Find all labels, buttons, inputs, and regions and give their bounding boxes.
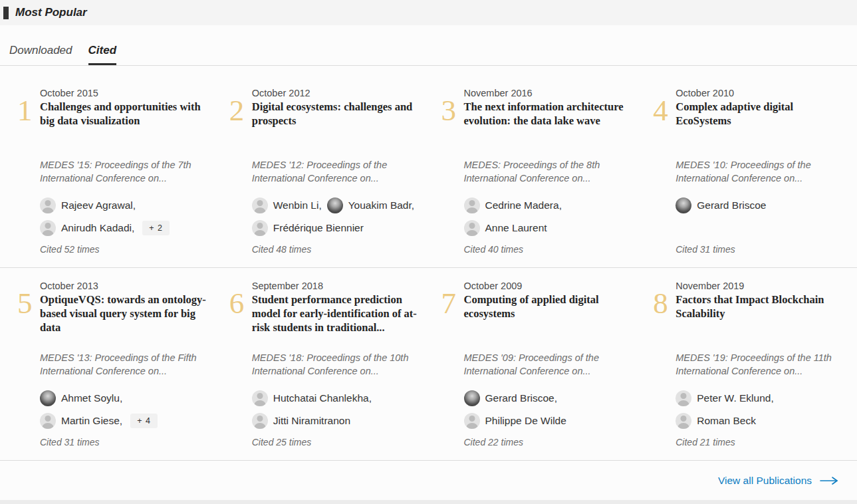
author-placeholder-avatar bbox=[252, 413, 268, 429]
publication-date: October 2010 bbox=[675, 88, 846, 98]
author-placeholder-avatar bbox=[675, 413, 691, 429]
citation-count: Cited 52 times bbox=[40, 244, 211, 255]
citation-count: Cited 31 times bbox=[40, 437, 211, 447]
citation-count: Cited 31 times bbox=[675, 244, 846, 255]
section-title: Most Popular bbox=[15, 6, 87, 19]
author-name[interactable]: Hutchatai Chanlekha, bbox=[273, 392, 372, 404]
author-name[interactable]: Frédérique Biennier bbox=[273, 222, 364, 234]
author-row: Anne Laurent bbox=[464, 220, 635, 236]
author-name[interactable]: Anirudh Kadadi, bbox=[61, 222, 134, 234]
publication-body: October 2009 Computing of applied digita… bbox=[463, 281, 635, 460]
author-row: Cedrine Madera, bbox=[464, 197, 635, 213]
author-name[interactable]: Philippe De Wilde bbox=[485, 415, 566, 427]
publication-body: November 2019 Factors that Impact Blockc… bbox=[674, 281, 846, 460]
author-row: Gerard Briscoe, bbox=[464, 390, 635, 406]
author-row: Frédérique Biennier bbox=[252, 220, 423, 236]
rank-number: 7 bbox=[433, 281, 463, 460]
citation-count: Cited 25 times bbox=[252, 437, 423, 447]
author-name[interactable]: Wenbin Li, bbox=[273, 199, 322, 211]
publication-title[interactable]: The next information architecture evolut… bbox=[464, 100, 635, 128]
publication-title[interactable]: Digital ecosystems: challenges and prosp… bbox=[252, 100, 423, 128]
publication-body: November 2016 The next information archi… bbox=[463, 88, 635, 267]
author-photo-avatar bbox=[40, 390, 56, 406]
publication-venue[interactable]: MEDES '13: Proceedings of the Fifth Inte… bbox=[40, 351, 211, 390]
author-row: Philippe De Wilde bbox=[464, 413, 635, 429]
publication-body: September 2018 Student performance predi… bbox=[251, 281, 423, 460]
author-name[interactable]: Ahmet Soylu, bbox=[61, 392, 122, 404]
author-row: Jitti Niramitranon bbox=[252, 413, 423, 429]
author-row: Rajeev Agrawal, bbox=[40, 197, 211, 213]
publication-head: October 2012 Digital ecosystems: challen… bbox=[252, 88, 423, 158]
publication-date: November 2019 bbox=[675, 281, 846, 291]
tab-downloaded[interactable]: Downloaded bbox=[9, 44, 72, 65]
author-placeholder-avatar bbox=[252, 197, 268, 213]
publication-body: October 2012 Digital ecosystems: challen… bbox=[251, 88, 423, 267]
right-arrow-icon bbox=[820, 477, 838, 485]
publication-body: October 2010 Complex adaptive digital Ec… bbox=[674, 88, 846, 267]
more-authors-badge[interactable]: + 4 bbox=[130, 414, 158, 428]
author-name[interactable]: Anne Laurent bbox=[485, 222, 547, 234]
bottom-divider-strip bbox=[0, 500, 857, 504]
author-name[interactable]: Gerard Briscoe, bbox=[485, 392, 558, 404]
publication-venue[interactable]: MEDES '10: Proceedings of the Internatio… bbox=[675, 158, 846, 197]
publication-head: November 2019 Factors that Impact Blockc… bbox=[675, 281, 846, 351]
author-row: Peter W. Eklund, bbox=[675, 390, 846, 406]
author-name[interactable]: Peter W. Eklund, bbox=[697, 392, 773, 404]
publication-title[interactable]: Student performance prediction model for… bbox=[252, 293, 423, 334]
author-row: Ahmet Soylu, bbox=[40, 390, 211, 406]
publication-title[interactable]: Complex adaptive digital EcoSystems bbox=[675, 100, 846, 128]
author-list: Rajeev Agrawal,Anirudh Kadadi,+ 2 bbox=[40, 197, 211, 244]
publication-venue[interactable]: MEDES '15: Proceedings of the 7th Intern… bbox=[40, 158, 211, 197]
author-placeholder-avatar bbox=[252, 220, 268, 236]
rank-number: 8 bbox=[645, 281, 674, 460]
author-name[interactable]: Roman Beck bbox=[697, 415, 756, 427]
publication-date: October 2013 bbox=[40, 281, 211, 291]
author-placeholder-avatar bbox=[675, 390, 691, 406]
publication-head: October 2013 OptiqueVQS: towards an onto… bbox=[40, 281, 211, 351]
publication-venue[interactable]: MEDES '18: Proceedings of the 10th Inter… bbox=[252, 351, 423, 390]
publication-card: 5 October 2013 OptiqueVQS: towards an on… bbox=[9, 281, 211, 460]
section-marker-bar bbox=[3, 7, 9, 19]
publication-body: October 2013 OptiqueVQS: towards an onto… bbox=[39, 281, 211, 460]
publication-title[interactable]: Computing of applied digital ecosystems bbox=[464, 293, 635, 321]
publication-venue[interactable]: MEDES '09: Proceedings of the Internatio… bbox=[464, 351, 635, 390]
publication-title[interactable]: OptiqueVQS: towards an ontology-based vi… bbox=[40, 293, 211, 334]
tab-cited[interactable]: Cited bbox=[88, 44, 117, 65]
author-row: Gerard Briscoe bbox=[675, 197, 846, 213]
author-name[interactable]: Cedrine Madera, bbox=[485, 199, 562, 211]
publication-card: 4 October 2010 Complex adaptive digital … bbox=[645, 88, 846, 267]
citation-count: Cited 40 times bbox=[464, 244, 635, 255]
view-all-publications-link[interactable]: View all Publications bbox=[718, 475, 838, 487]
publication-card: 7 October 2009 Computing of applied digi… bbox=[433, 281, 635, 460]
author-placeholder-avatar bbox=[464, 197, 480, 213]
publication-head: October 2010 Complex adaptive digital Ec… bbox=[675, 88, 846, 158]
author-name[interactable]: Martin Giese, bbox=[61, 415, 122, 427]
author-name[interactable]: Rajeev Agrawal, bbox=[61, 199, 136, 211]
author-row: Martin Giese,+ 4 bbox=[40, 413, 211, 429]
publication-head: September 2018 Student performance predi… bbox=[252, 281, 423, 351]
publication-head: October 2009 Computing of applied digita… bbox=[464, 281, 635, 351]
publication-card: 6 September 2018 Student performance pre… bbox=[221, 281, 423, 460]
author-name[interactable]: Youakim Badr, bbox=[348, 199, 414, 211]
publication-title[interactable]: Factors that Impact Blockchain Scalabili… bbox=[675, 293, 846, 321]
author-row: Wenbin Li,Youakim Badr, bbox=[252, 197, 423, 213]
most-popular-section: Most Popular Downloaded Cited 1 October … bbox=[0, 0, 857, 504]
publications-row-1: 1 October 2015 Challenges and opportunit… bbox=[0, 66, 857, 268]
section-header: Most Popular bbox=[0, 0, 857, 25]
author-photo-avatar bbox=[675, 197, 691, 213]
section-footer: View all Publications bbox=[0, 461, 857, 500]
author-name[interactable]: Gerard Briscoe bbox=[697, 199, 766, 211]
publication-venue[interactable]: MEDES '12: Proceedings of the Internatio… bbox=[252, 158, 423, 197]
publication-card: 1 October 2015 Challenges and opportunit… bbox=[9, 88, 211, 267]
author-photo-avatar bbox=[464, 390, 480, 406]
author-placeholder-avatar bbox=[464, 413, 480, 429]
publication-venue[interactable]: MEDES: Proceedings of the 8th Internatio… bbox=[464, 158, 635, 197]
publication-venue[interactable]: MEDES '19: Proceedings of the 11th Inter… bbox=[675, 351, 846, 390]
rank-number: 1 bbox=[9, 88, 39, 267]
author-list: Ahmet Soylu,Martin Giese,+ 4 bbox=[40, 390, 211, 437]
citation-count: Cited 21 times bbox=[675, 437, 846, 447]
more-authors-badge[interactable]: + 2 bbox=[142, 221, 170, 235]
author-list: Wenbin Li,Youakim Badr,Frédérique Bienni… bbox=[252, 197, 423, 244]
author-name[interactable]: Jitti Niramitranon bbox=[273, 415, 350, 427]
publication-title[interactable]: Challenges and opportunities with big da… bbox=[40, 100, 211, 128]
